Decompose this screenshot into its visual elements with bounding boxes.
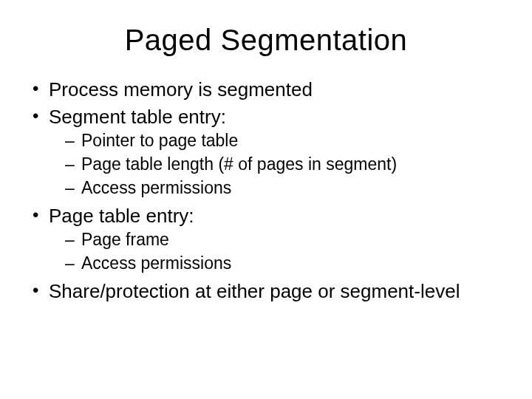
list-item: Access permissions	[65, 253, 502, 275]
list-item: Segment table entry: Pointer to page tab…	[30, 105, 502, 200]
list-item: Access permissions	[65, 177, 502, 200]
slide-title: Paged Segmentation	[30, 24, 502, 57]
sub-bullet-list: Pointer to page table Page table length …	[65, 130, 502, 200]
list-item: Share/protection at either page or segme…	[30, 279, 502, 304]
sub-bullet-text: Page table length (# of pages in segment…	[81, 154, 397, 174]
bullet-list: Process memory is segmented Segment tabl…	[30, 78, 502, 303]
sub-bullet-text: Page frame	[81, 230, 169, 249]
bullet-text: Share/protection at either page or segme…	[49, 280, 460, 302]
list-item: Page table length (# of pages in segment…	[65, 154, 502, 176]
list-item: Process memory is segmented	[30, 78, 502, 102]
list-item: Page frame	[65, 229, 502, 251]
list-item: Pointer to page table	[65, 130, 502, 152]
slide: Paged Segmentation Process memory is seg…	[0, 0, 532, 399]
sub-bullet-list: Page frame Access permissions	[65, 229, 502, 275]
sub-bullet-text: Access permissions	[81, 178, 231, 197]
list-item: Page table entry: Page frame Access perm…	[30, 204, 502, 275]
sub-bullet-text: Access permissions	[81, 253, 231, 273]
bullet-text: Segment table entry:	[49, 106, 226, 128]
bullet-text: Page table entry:	[49, 205, 194, 227]
bullet-text: Process memory is segmented	[49, 78, 313, 100]
sub-bullet-text: Pointer to page table	[81, 131, 238, 150]
